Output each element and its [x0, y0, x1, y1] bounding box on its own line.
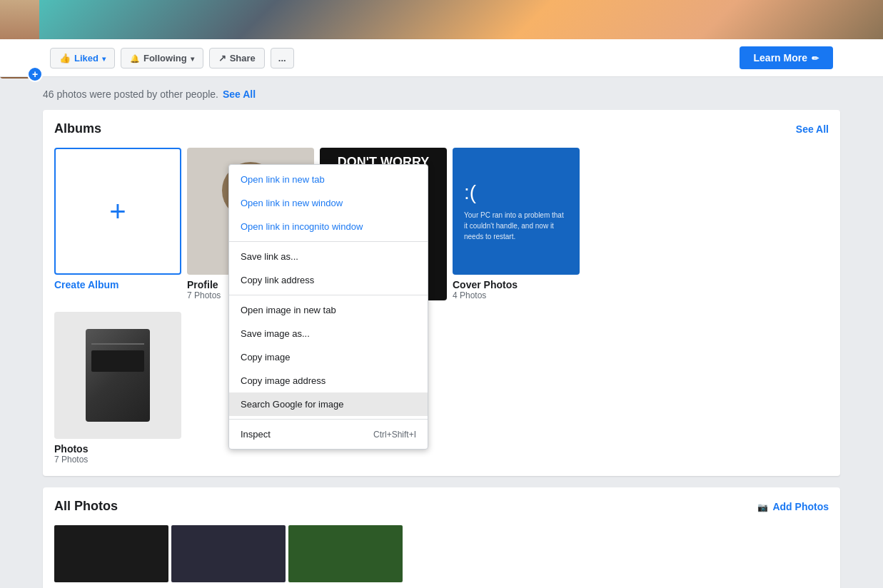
albums-section: Albums See All + Create Album Profile: [43, 110, 840, 476]
copy-link-address-label: Copy link address: [241, 275, 314, 285]
main-content: 46 photos were posted by other people. S…: [0, 77, 883, 588]
share-icon: [218, 53, 226, 64]
following-button[interactable]: Following: [121, 48, 203, 69]
add-photos-label: Add Photos: [772, 501, 829, 512]
pencil-icon: [812, 52, 819, 64]
create-album-label: Create Album: [54, 279, 181, 290]
computer-tower-shape: [86, 329, 150, 422]
save-link-as-label: Save link as...: [241, 251, 298, 262]
open-incognito-label: Open link in incognito window: [241, 221, 363, 232]
photos-see-all-link[interactable]: See All: [223, 88, 256, 100]
following-caret-icon: [191, 53, 194, 64]
open-new-window-label: Open link in new window: [241, 198, 343, 208]
cover-photos-album-count: 4 Photos: [453, 290, 580, 300]
bsod-text: Your PC ran into a problem that it could…: [464, 210, 568, 242]
cover-photos-album-label: Cover Photos: [453, 279, 580, 290]
context-menu-open-new-tab[interactable]: Open link in new tab: [229, 168, 428, 191]
avatar-plus-button[interactable]: +: [27, 66, 43, 82]
albums-title: Albums: [54, 121, 101, 136]
copy-image-label: Copy image: [241, 352, 290, 363]
albums-grid: + Create Album Profile 7 Photos DON'T WO…: [54, 148, 829, 300]
albums-section-header: Albums See All: [54, 121, 829, 136]
context-menu-open-new-window[interactable]: Open link in new window: [229, 191, 428, 215]
context-menu-copy-image-address[interactable]: Copy image address: [229, 369, 428, 392]
all-photos-title: All Photos: [54, 499, 118, 514]
photos-bottom-grid: [54, 525, 829, 582]
album-item-create[interactable]: + Create Album: [54, 148, 181, 300]
photos-posted-text: 46 photos were posted by other people.: [43, 88, 218, 100]
add-photos-button[interactable]: Add Photos: [757, 501, 829, 512]
context-menu-inspect[interactable]: Inspect Ctrl+Shift+I: [229, 422, 428, 446]
context-menu-open-incognito[interactable]: Open link in incognito window: [229, 215, 428, 238]
page-wrapper: + Liked Following Share ... Learn Mo: [0, 0, 883, 588]
context-menu-divider-3: [229, 419, 428, 420]
context-menu-copy-image[interactable]: Copy image: [229, 345, 428, 369]
more-dots-label: ...: [278, 53, 286, 64]
create-album-plus-icon: +: [109, 196, 126, 228]
context-menu-save-link-as[interactable]: Save link as...: [229, 245, 428, 268]
share-label: Share: [230, 53, 256, 64]
album-thumb-create: +: [54, 148, 181, 275]
following-bell-icon: [130, 53, 140, 64]
learn-more-label: Learn More: [754, 52, 807, 64]
photos-album-label: Photos: [54, 443, 181, 455]
liked-label: Liked: [74, 53, 99, 64]
inspect-shortcut: Ctrl+Shift+I: [373, 430, 416, 440]
liked-caret-icon: [102, 53, 106, 64]
photos-album-count: 7 Photos: [54, 455, 181, 465]
context-menu-save-image-as[interactable]: Save image as...: [229, 322, 428, 345]
all-photos-section: All Photos Add Photos: [43, 487, 840, 588]
more-button[interactable]: ...: [271, 48, 294, 69]
save-image-as-label: Save image as...: [241, 328, 310, 339]
album-item-cover-photos[interactable]: :( Your PC ran into a problem that it co…: [453, 148, 580, 300]
bsod-face-icon: :(: [464, 181, 476, 204]
album-thumb-computer: [54, 312, 181, 439]
share-button[interactable]: Share: [209, 48, 265, 69]
context-menu: Open link in new tab Open link in new wi…: [228, 164, 428, 450]
action-bar: Liked Following Share ... Learn More: [0, 39, 883, 77]
thumb-up-icon: [59, 53, 71, 64]
context-menu-copy-link-address[interactable]: Copy link address: [229, 268, 428, 292]
photo-thumb-3[interactable]: [288, 525, 403, 582]
open-new-tab-label: Open link in new tab: [241, 174, 325, 185]
albums-row2: Photos 7 Photos: [54, 312, 829, 465]
album-thumb-bsod: :( Your PC ran into a problem that it co…: [453, 148, 580, 275]
context-menu-open-image-new-tab[interactable]: Open image in new tab: [229, 298, 428, 322]
album-item-photos[interactable]: Photos 7 Photos: [54, 312, 181, 465]
open-image-new-tab-label: Open image in new tab: [241, 305, 336, 315]
photo-thumb-2[interactable]: [171, 525, 286, 582]
photos-posted-bar: 46 photos were posted by other people. S…: [43, 88, 840, 100]
camera-icon: [757, 501, 768, 512]
liked-button[interactable]: Liked: [50, 48, 115, 69]
action-bar-left: Liked Following Share ...: [50, 48, 294, 69]
albums-see-all-link[interactable]: See All: [796, 123, 829, 135]
following-label: Following: [143, 53, 187, 64]
photo-thumb-1[interactable]: [54, 525, 168, 582]
cover-area: [0, 0, 883, 39]
context-menu-search-google[interactable]: Search Google for image: [229, 392, 428, 416]
context-menu-divider-2: [229, 295, 428, 295]
all-photos-header: All Photos Add Photos: [54, 499, 829, 514]
search-google-label: Search Google for image: [241, 399, 344, 410]
context-menu-divider-1: [229, 241, 428, 242]
copy-image-address-label: Copy image address: [241, 375, 326, 386]
inspect-label: Inspect: [241, 429, 271, 440]
learn-more-button[interactable]: Learn More: [740, 46, 833, 69]
